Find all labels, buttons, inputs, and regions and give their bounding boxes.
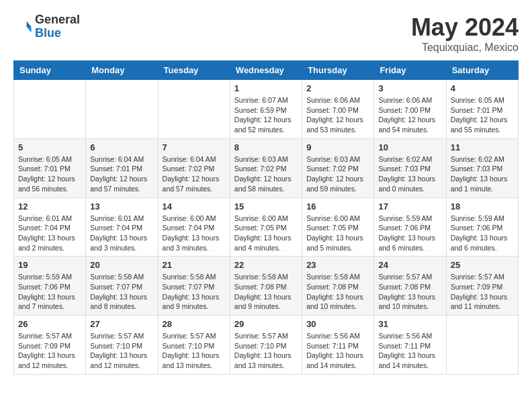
location-subtitle: Tequixquiac, Mexico — [411, 42, 519, 54]
calendar-cell: 10Sunrise: 6:02 AM Sunset: 7:03 PM Dayli… — [374, 138, 446, 197]
day-number: 4 — [451, 83, 514, 93]
day-number: 3 — [378, 83, 441, 93]
day-info: Sunrise: 6:00 AM Sunset: 7:04 PM Dayligh… — [163, 214, 226, 253]
day-info: Sunrise: 5:56 AM Sunset: 7:11 PM Dayligh… — [306, 331, 369, 371]
title-block: May 2024 Tequixquiac, Mexico — [411, 13, 519, 54]
svg-marker-1 — [27, 27, 32, 32]
calendar-cell: 25Sunrise: 5:57 AM Sunset: 7:09 PM Dayli… — [446, 257, 518, 316]
day-number: 1 — [234, 83, 298, 93]
calendar-week-row: 19Sunrise: 5:59 AM Sunset: 7:06 PM Dayli… — [14, 257, 519, 316]
logo-blue: Blue — [35, 27, 80, 40]
day-number: 29 — [234, 319, 298, 329]
weekday-header-thursday: Thursday — [302, 61, 374, 80]
calendar-cell: 4Sunrise: 6:05 AM Sunset: 7:01 PM Daylig… — [446, 80, 518, 139]
calendar-cell: 5Sunrise: 6:05 AM Sunset: 7:01 PM Daylig… — [14, 138, 86, 197]
day-number: 25 — [451, 260, 514, 270]
calendar-cell: 23Sunrise: 5:58 AM Sunset: 7:08 PM Dayli… — [302, 257, 374, 316]
calendar-cell: 20Sunrise: 5:58 AM Sunset: 7:07 PM Dayli… — [86, 257, 158, 316]
calendar-cell: 21Sunrise: 5:58 AM Sunset: 7:07 PM Dayli… — [158, 257, 230, 316]
day-info: Sunrise: 6:03 AM Sunset: 7:02 PM Dayligh… — [234, 154, 298, 194]
day-info: Sunrise: 6:01 AM Sunset: 7:04 PM Dayligh… — [90, 214, 153, 253]
day-info: Sunrise: 5:58 AM Sunset: 7:07 PM Dayligh… — [163, 272, 226, 312]
month-year-title: May 2024 — [411, 13, 519, 42]
day-info: Sunrise: 5:57 AM Sunset: 7:10 PM Dayligh… — [234, 331, 298, 371]
day-number: 23 — [306, 260, 369, 270]
weekday-header-tuesday: Tuesday — [158, 61, 230, 80]
day-number: 14 — [163, 201, 226, 212]
calendar-cell: 31Sunrise: 5:56 AM Sunset: 7:11 PM Dayli… — [374, 316, 446, 375]
calendar-cell: 26Sunrise: 5:57 AM Sunset: 7:09 PM Dayli… — [14, 316, 86, 375]
day-number: 13 — [90, 201, 153, 212]
calendar-cell: 16Sunrise: 6:00 AM Sunset: 7:05 PM Dayli… — [302, 197, 374, 257]
day-number: 24 — [378, 260, 441, 270]
calendar-cell: 8Sunrise: 6:03 AM Sunset: 7:02 PM Daylig… — [230, 138, 302, 197]
calendar-cell — [14, 80, 86, 139]
day-info: Sunrise: 6:04 AM Sunset: 7:02 PM Dayligh… — [163, 154, 226, 194]
logo: General Blue — [13, 13, 80, 40]
weekday-header-saturday: Saturday — [446, 61, 518, 80]
calendar-week-row: 1Sunrise: 6:07 AM Sunset: 6:59 PM Daylig… — [14, 80, 519, 139]
day-number: 22 — [234, 260, 298, 270]
day-info: Sunrise: 5:57 AM Sunset: 7:08 PM Dayligh… — [378, 272, 441, 312]
calendar-week-row: 26Sunrise: 5:57 AM Sunset: 7:09 PM Dayli… — [14, 316, 519, 375]
day-number: 27 — [90, 319, 153, 329]
calendar-week-row: 5Sunrise: 6:05 AM Sunset: 7:01 PM Daylig… — [14, 138, 519, 197]
day-info: Sunrise: 6:00 AM Sunset: 7:05 PM Dayligh… — [306, 214, 369, 253]
calendar-cell: 17Sunrise: 5:59 AM Sunset: 7:06 PM Dayli… — [374, 197, 446, 257]
day-info: Sunrise: 5:59 AM Sunset: 7:06 PM Dayligh… — [378, 214, 441, 253]
day-info: Sunrise: 6:00 AM Sunset: 7:05 PM Dayligh… — [234, 214, 298, 253]
day-info: Sunrise: 6:06 AM Sunset: 7:00 PM Dayligh… — [378, 95, 441, 135]
logo-icon — [13, 17, 32, 36]
calendar-cell: 2Sunrise: 6:06 AM Sunset: 7:00 PM Daylig… — [302, 80, 374, 139]
weekday-header-row: SundayMondayTuesdayWednesdayThursdayFrid… — [14, 61, 519, 80]
day-info: Sunrise: 6:07 AM Sunset: 6:59 PM Dayligh… — [234, 95, 298, 135]
calendar-cell: 6Sunrise: 6:04 AM Sunset: 7:01 PM Daylig… — [86, 138, 158, 197]
day-info: Sunrise: 6:03 AM Sunset: 7:02 PM Dayligh… — [306, 154, 369, 194]
weekday-header-wednesday: Wednesday — [230, 61, 302, 80]
day-number: 6 — [90, 142, 153, 152]
day-info: Sunrise: 5:57 AM Sunset: 7:10 PM Dayligh… — [90, 331, 153, 371]
day-number: 16 — [306, 201, 369, 212]
day-number: 9 — [306, 142, 369, 152]
calendar-cell: 22Sunrise: 5:58 AM Sunset: 7:08 PM Dayli… — [230, 257, 302, 316]
calendar-table: SundayMondayTuesdayWednesdayThursdayFrid… — [13, 60, 519, 375]
calendar-cell: 14Sunrise: 6:00 AM Sunset: 7:04 PM Dayli… — [158, 197, 230, 257]
logo-text: General Blue — [35, 13, 80, 40]
calendar-cell: 27Sunrise: 5:57 AM Sunset: 7:10 PM Dayli… — [86, 316, 158, 375]
day-number: 20 — [90, 260, 153, 270]
page-header: General Blue May 2024 Tequixquiac, Mexic… — [13, 13, 519, 54]
day-info: Sunrise: 6:01 AM Sunset: 7:04 PM Dayligh… — [18, 214, 81, 253]
calendar-cell: 29Sunrise: 5:57 AM Sunset: 7:10 PM Dayli… — [230, 316, 302, 375]
day-number: 30 — [306, 319, 369, 329]
day-info: Sunrise: 5:59 AM Sunset: 7:06 PM Dayligh… — [18, 272, 81, 312]
weekday-header-sunday: Sunday — [14, 61, 86, 80]
calendar-cell: 3Sunrise: 6:06 AM Sunset: 7:00 PM Daylig… — [374, 80, 446, 139]
svg-marker-0 — [27, 21, 32, 26]
day-info: Sunrise: 5:59 AM Sunset: 7:06 PM Dayligh… — [451, 214, 514, 253]
day-number: 10 — [378, 142, 441, 152]
day-number: 21 — [163, 260, 226, 270]
day-info: Sunrise: 6:02 AM Sunset: 7:03 PM Dayligh… — [378, 154, 441, 194]
logo-general: General — [35, 13, 80, 27]
calendar-cell — [86, 80, 158, 139]
day-info: Sunrise: 6:04 AM Sunset: 7:01 PM Dayligh… — [90, 154, 153, 194]
calendar-cell — [158, 80, 230, 139]
weekday-header-monday: Monday — [86, 61, 158, 80]
day-info: Sunrise: 5:56 AM Sunset: 7:11 PM Dayligh… — [378, 331, 441, 371]
day-number: 28 — [163, 319, 226, 329]
day-number: 2 — [306, 83, 369, 93]
calendar-cell — [446, 316, 518, 375]
calendar-cell: 7Sunrise: 6:04 AM Sunset: 7:02 PM Daylig… — [158, 138, 230, 197]
day-info: Sunrise: 6:05 AM Sunset: 7:01 PM Dayligh… — [451, 95, 514, 135]
calendar-cell: 13Sunrise: 6:01 AM Sunset: 7:04 PM Dayli… — [86, 197, 158, 257]
day-number: 31 — [378, 319, 441, 329]
day-number: 11 — [451, 142, 514, 152]
day-info: Sunrise: 5:58 AM Sunset: 7:07 PM Dayligh… — [90, 272, 153, 312]
calendar-cell: 11Sunrise: 6:02 AM Sunset: 7:03 PM Dayli… — [446, 138, 518, 197]
day-info: Sunrise: 5:57 AM Sunset: 7:10 PM Dayligh… — [163, 331, 226, 371]
day-number: 18 — [451, 201, 514, 212]
day-info: Sunrise: 5:57 AM Sunset: 7:09 PM Dayligh… — [451, 272, 514, 312]
day-number: 8 — [234, 142, 298, 152]
calendar-cell: 24Sunrise: 5:57 AM Sunset: 7:08 PM Dayli… — [374, 257, 446, 316]
day-number: 17 — [378, 201, 441, 212]
